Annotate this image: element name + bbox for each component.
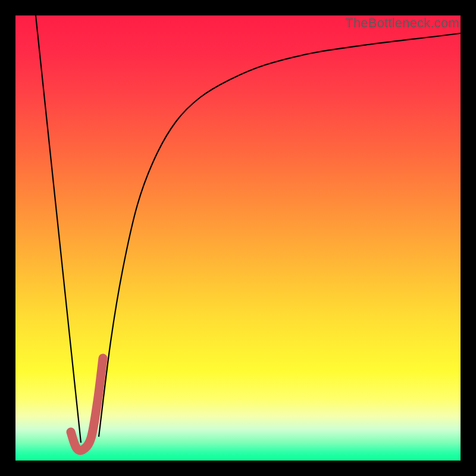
- series-left-descent: [36, 15, 81, 443]
- series-hook-accent: [71, 358, 103, 450]
- plot-area: TheBottleneck.com: [15, 15, 461, 461]
- series-right-curve: [99, 33, 461, 437]
- watermark-text: TheBottleneck.com: [345, 15, 459, 31]
- chart-frame: TheBottleneck.com: [0, 0, 476, 476]
- curves-layer: [15, 15, 461, 461]
